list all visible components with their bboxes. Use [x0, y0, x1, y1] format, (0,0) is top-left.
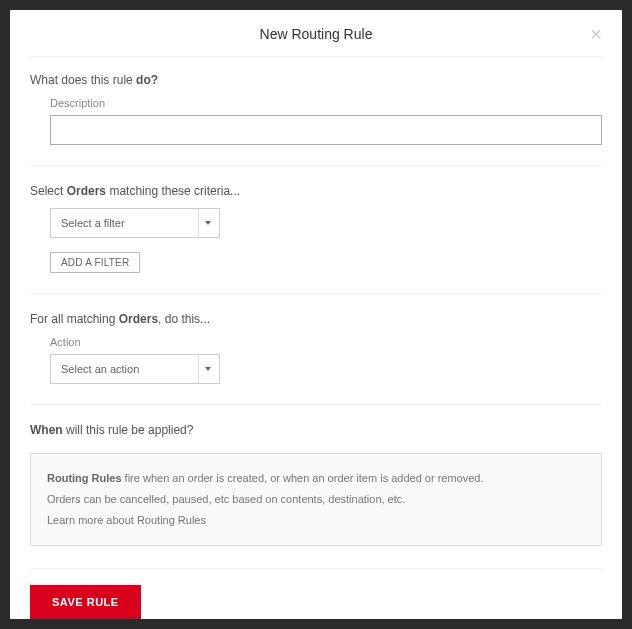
description-input[interactable]	[50, 115, 602, 145]
criteria-label: Select Orders matching these criteria...	[30, 184, 602, 198]
info-text: fire when an order is created, or when a…	[122, 472, 484, 484]
section-criteria: Select Orders matching these criteria...…	[30, 184, 602, 294]
info-bold: Routing Rules	[47, 472, 122, 484]
info-line-2: Orders can be cancelled, paused, etc bas…	[47, 489, 585, 510]
text-prefix: Select	[30, 184, 67, 198]
action-select-value: Select an action	[61, 363, 139, 375]
add-filter-button[interactable]: ADD A FILTER	[50, 252, 140, 273]
modal-header: New Routing Rule ×	[30, 26, 602, 57]
text-suffix: , do this...	[158, 312, 210, 326]
info-line-1: Routing Rules fire when an order is crea…	[47, 468, 585, 489]
modal-title: New Routing Rule	[30, 26, 602, 42]
action-label: Action	[50, 336, 602, 348]
chevron-down-icon	[205, 221, 211, 225]
description-question: What does this rule do?	[30, 73, 602, 87]
text-suffix: matching these criteria...	[106, 184, 240, 198]
save-rule-button[interactable]: SAVE RULE	[30, 585, 141, 619]
learn-more-link[interactable]: Learn more about Routing Rules	[47, 510, 585, 531]
text-bold: Orders	[119, 312, 158, 326]
text-prefix: What does this rule	[30, 73, 136, 87]
filter-select-value: Select a filter	[61, 217, 125, 229]
description-label: Description	[50, 97, 602, 109]
section-action: For all matching Orders, do this... Acti…	[30, 312, 602, 405]
dropdown-toggle	[198, 355, 211, 383]
filter-select[interactable]: Select a filter	[50, 208, 220, 238]
text-bold: Orders	[67, 184, 106, 198]
section-when: When will this rule be applied? Routing …	[30, 423, 602, 546]
text-suffix: will this rule be applied?	[63, 423, 194, 437]
text-bold: When	[30, 423, 63, 437]
modal-dialog: New Routing Rule × What does this rule d…	[10, 10, 622, 619]
when-label: When will this rule be applied?	[30, 423, 602, 437]
dropdown-toggle	[198, 209, 211, 237]
info-box: Routing Rules fire when an order is crea…	[30, 453, 602, 546]
section-description: What does this rule do? Description	[30, 73, 602, 166]
chevron-down-icon	[205, 367, 211, 371]
text-prefix: For all matching	[30, 312, 119, 326]
action-select[interactable]: Select an action	[50, 354, 220, 384]
modal-footer: SAVE RULE	[30, 568, 602, 619]
action-section-label: For all matching Orders, do this...	[30, 312, 602, 326]
close-icon[interactable]: ×	[590, 24, 602, 44]
text-bold: do?	[136, 73, 158, 87]
